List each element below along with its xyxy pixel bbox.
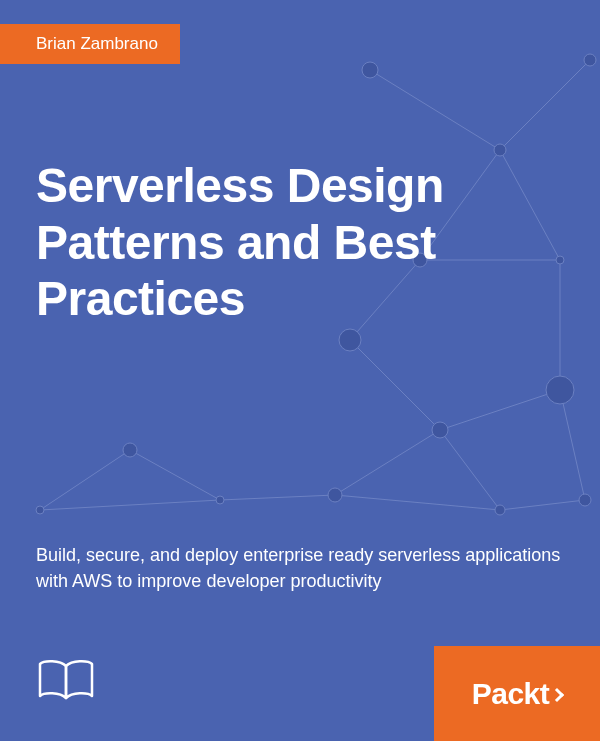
svg-point-18 <box>362 62 378 78</box>
publisher-badge: Packt <box>434 646 600 741</box>
svg-point-19 <box>494 144 506 156</box>
svg-point-23 <box>339 329 361 351</box>
svg-line-15 <box>40 450 130 510</box>
svg-point-27 <box>495 505 505 515</box>
svg-line-16 <box>40 500 220 510</box>
svg-line-13 <box>220 495 335 500</box>
svg-point-30 <box>123 443 137 457</box>
svg-line-7 <box>350 340 440 430</box>
book-icon <box>36 658 96 703</box>
svg-line-10 <box>440 430 500 510</box>
author-badge: Brian Zambrano <box>0 24 180 64</box>
svg-line-0 <box>370 70 500 150</box>
book-subtitle: Build, secure, and deploy enterprise rea… <box>36 542 564 594</box>
svg-point-20 <box>584 54 596 66</box>
svg-point-28 <box>328 488 342 502</box>
publisher-logo: Packt <box>472 677 563 711</box>
svg-line-9 <box>560 390 585 500</box>
author-name: Brian Zambrano <box>36 34 158 53</box>
svg-point-24 <box>432 422 448 438</box>
svg-line-17 <box>500 500 585 510</box>
network-graphic <box>0 0 600 741</box>
svg-line-8 <box>440 390 560 430</box>
publisher-name: Packt <box>472 677 550 711</box>
svg-point-31 <box>36 506 44 514</box>
svg-point-29 <box>216 496 224 504</box>
svg-point-26 <box>579 494 591 506</box>
svg-line-14 <box>130 450 220 500</box>
svg-line-1 <box>500 60 590 150</box>
chevron-right-icon <box>550 688 564 702</box>
book-title: Serverless Design Patterns and Best Prac… <box>36 158 564 328</box>
svg-point-25 <box>546 376 574 404</box>
svg-line-12 <box>335 495 500 510</box>
svg-line-11 <box>335 430 440 495</box>
